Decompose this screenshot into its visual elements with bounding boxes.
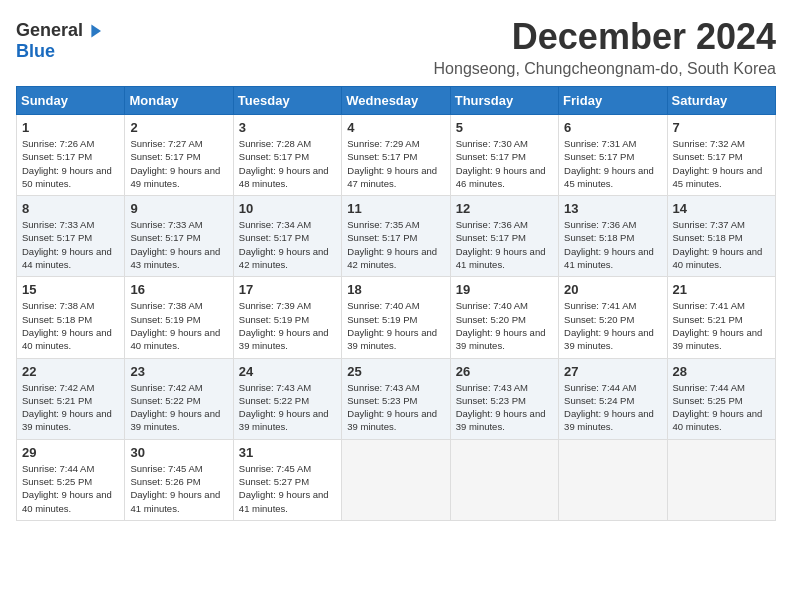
day-number: 4: [347, 120, 444, 135]
calendar-cell: 30Sunrise: 7:45 AMSunset: 5:26 PMDayligh…: [125, 439, 233, 520]
calendar-cell: [559, 439, 667, 520]
calendar-cell: 27Sunrise: 7:44 AMSunset: 5:24 PMDayligh…: [559, 358, 667, 439]
week-row-3: 15Sunrise: 7:38 AMSunset: 5:18 PMDayligh…: [17, 277, 776, 358]
calendar-cell: 1Sunrise: 7:26 AMSunset: 5:17 PMDaylight…: [17, 115, 125, 196]
logo-icon: [85, 23, 101, 39]
logo-general: General: [16, 20, 83, 41]
calendar-cell: 31Sunrise: 7:45 AMSunset: 5:27 PMDayligh…: [233, 439, 341, 520]
day-detail: Sunrise: 7:30 AMSunset: 5:17 PMDaylight:…: [456, 137, 553, 190]
calendar-cell: 6Sunrise: 7:31 AMSunset: 5:17 PMDaylight…: [559, 115, 667, 196]
day-detail: Sunrise: 7:45 AMSunset: 5:26 PMDaylight:…: [130, 462, 227, 515]
day-detail: Sunrise: 7:37 AMSunset: 5:18 PMDaylight:…: [673, 218, 770, 271]
day-number: 22: [22, 364, 119, 379]
day-detail: Sunrise: 7:42 AMSunset: 5:22 PMDaylight:…: [130, 381, 227, 434]
day-detail: Sunrise: 7:43 AMSunset: 5:22 PMDaylight:…: [239, 381, 336, 434]
day-number: 26: [456, 364, 553, 379]
calendar-table: SundayMondayTuesdayWednesdayThursdayFrid…: [16, 86, 776, 521]
day-detail: Sunrise: 7:28 AMSunset: 5:17 PMDaylight:…: [239, 137, 336, 190]
calendar-cell: 17Sunrise: 7:39 AMSunset: 5:19 PMDayligh…: [233, 277, 341, 358]
header-thursday: Thursday: [450, 87, 558, 115]
calendar-cell: 10Sunrise: 7:34 AMSunset: 5:17 PMDayligh…: [233, 196, 341, 277]
day-detail: Sunrise: 7:34 AMSunset: 5:17 PMDaylight:…: [239, 218, 336, 271]
calendar-cell: 8Sunrise: 7:33 AMSunset: 5:17 PMDaylight…: [17, 196, 125, 277]
day-detail: Sunrise: 7:38 AMSunset: 5:18 PMDaylight:…: [22, 299, 119, 352]
location-subtitle: Hongseong, Chungcheongnam-do, South Kore…: [434, 60, 776, 78]
calendar-cell: [450, 439, 558, 520]
day-number: 27: [564, 364, 661, 379]
calendar-cell: 16Sunrise: 7:38 AMSunset: 5:19 PMDayligh…: [125, 277, 233, 358]
day-detail: Sunrise: 7:40 AMSunset: 5:20 PMDaylight:…: [456, 299, 553, 352]
svg-marker-0: [91, 24, 101, 37]
calendar-cell: 4Sunrise: 7:29 AMSunset: 5:17 PMDaylight…: [342, 115, 450, 196]
header-wednesday: Wednesday: [342, 87, 450, 115]
day-detail: Sunrise: 7:32 AMSunset: 5:17 PMDaylight:…: [673, 137, 770, 190]
header-row: SundayMondayTuesdayWednesdayThursdayFrid…: [17, 87, 776, 115]
month-title: December 2024: [434, 16, 776, 58]
day-detail: Sunrise: 7:43 AMSunset: 5:23 PMDaylight:…: [347, 381, 444, 434]
header-monday: Monday: [125, 87, 233, 115]
calendar-cell: 18Sunrise: 7:40 AMSunset: 5:19 PMDayligh…: [342, 277, 450, 358]
day-detail: Sunrise: 7:26 AMSunset: 5:17 PMDaylight:…: [22, 137, 119, 190]
day-number: 11: [347, 201, 444, 216]
day-detail: Sunrise: 7:31 AMSunset: 5:17 PMDaylight:…: [564, 137, 661, 190]
day-number: 19: [456, 282, 553, 297]
day-detail: Sunrise: 7:45 AMSunset: 5:27 PMDaylight:…: [239, 462, 336, 515]
day-number: 8: [22, 201, 119, 216]
day-number: 24: [239, 364, 336, 379]
day-number: 9: [130, 201, 227, 216]
day-number: 7: [673, 120, 770, 135]
calendar-cell: 26Sunrise: 7:43 AMSunset: 5:23 PMDayligh…: [450, 358, 558, 439]
day-detail: Sunrise: 7:36 AMSunset: 5:18 PMDaylight:…: [564, 218, 661, 271]
day-detail: Sunrise: 7:29 AMSunset: 5:17 PMDaylight:…: [347, 137, 444, 190]
header-sunday: Sunday: [17, 87, 125, 115]
day-number: 30: [130, 445, 227, 460]
calendar-cell: 20Sunrise: 7:41 AMSunset: 5:20 PMDayligh…: [559, 277, 667, 358]
day-number: 12: [456, 201, 553, 216]
calendar-cell: 2Sunrise: 7:27 AMSunset: 5:17 PMDaylight…: [125, 115, 233, 196]
day-detail: Sunrise: 7:33 AMSunset: 5:17 PMDaylight:…: [22, 218, 119, 271]
calendar-cell: 3Sunrise: 7:28 AMSunset: 5:17 PMDaylight…: [233, 115, 341, 196]
day-number: 3: [239, 120, 336, 135]
day-number: 28: [673, 364, 770, 379]
day-detail: Sunrise: 7:40 AMSunset: 5:19 PMDaylight:…: [347, 299, 444, 352]
calendar-cell: [342, 439, 450, 520]
day-detail: Sunrise: 7:39 AMSunset: 5:19 PMDaylight:…: [239, 299, 336, 352]
week-row-5: 29Sunrise: 7:44 AMSunset: 5:25 PMDayligh…: [17, 439, 776, 520]
calendar-cell: 9Sunrise: 7:33 AMSunset: 5:17 PMDaylight…: [125, 196, 233, 277]
day-number: 29: [22, 445, 119, 460]
day-detail: Sunrise: 7:42 AMSunset: 5:21 PMDaylight:…: [22, 381, 119, 434]
calendar-cell: 15Sunrise: 7:38 AMSunset: 5:18 PMDayligh…: [17, 277, 125, 358]
day-detail: Sunrise: 7:36 AMSunset: 5:17 PMDaylight:…: [456, 218, 553, 271]
calendar-cell: 14Sunrise: 7:37 AMSunset: 5:18 PMDayligh…: [667, 196, 775, 277]
day-number: 23: [130, 364, 227, 379]
week-row-4: 22Sunrise: 7:42 AMSunset: 5:21 PMDayligh…: [17, 358, 776, 439]
calendar-cell: 21Sunrise: 7:41 AMSunset: 5:21 PMDayligh…: [667, 277, 775, 358]
calendar-cell: 11Sunrise: 7:35 AMSunset: 5:17 PMDayligh…: [342, 196, 450, 277]
calendar-cell: 23Sunrise: 7:42 AMSunset: 5:22 PMDayligh…: [125, 358, 233, 439]
calendar-cell: [667, 439, 775, 520]
day-detail: Sunrise: 7:44 AMSunset: 5:25 PMDaylight:…: [22, 462, 119, 515]
day-number: 18: [347, 282, 444, 297]
day-number: 31: [239, 445, 336, 460]
day-number: 2: [130, 120, 227, 135]
day-detail: Sunrise: 7:33 AMSunset: 5:17 PMDaylight:…: [130, 218, 227, 271]
day-number: 15: [22, 282, 119, 297]
header: General Blue December 2024 Hongseong, Ch…: [16, 16, 776, 78]
calendar-cell: 28Sunrise: 7:44 AMSunset: 5:25 PMDayligh…: [667, 358, 775, 439]
calendar-cell: 13Sunrise: 7:36 AMSunset: 5:18 PMDayligh…: [559, 196, 667, 277]
calendar-cell: 19Sunrise: 7:40 AMSunset: 5:20 PMDayligh…: [450, 277, 558, 358]
week-row-2: 8Sunrise: 7:33 AMSunset: 5:17 PMDaylight…: [17, 196, 776, 277]
day-number: 14: [673, 201, 770, 216]
header-friday: Friday: [559, 87, 667, 115]
day-number: 1: [22, 120, 119, 135]
day-number: 13: [564, 201, 661, 216]
title-block: December 2024 Hongseong, Chungcheongnam-…: [434, 16, 776, 78]
day-number: 21: [673, 282, 770, 297]
day-detail: Sunrise: 7:27 AMSunset: 5:17 PMDaylight:…: [130, 137, 227, 190]
logo-blue: Blue: [16, 41, 55, 62]
day-detail: Sunrise: 7:38 AMSunset: 5:19 PMDaylight:…: [130, 299, 227, 352]
day-number: 25: [347, 364, 444, 379]
day-detail: Sunrise: 7:44 AMSunset: 5:24 PMDaylight:…: [564, 381, 661, 434]
day-detail: Sunrise: 7:44 AMSunset: 5:25 PMDaylight:…: [673, 381, 770, 434]
day-number: 5: [456, 120, 553, 135]
